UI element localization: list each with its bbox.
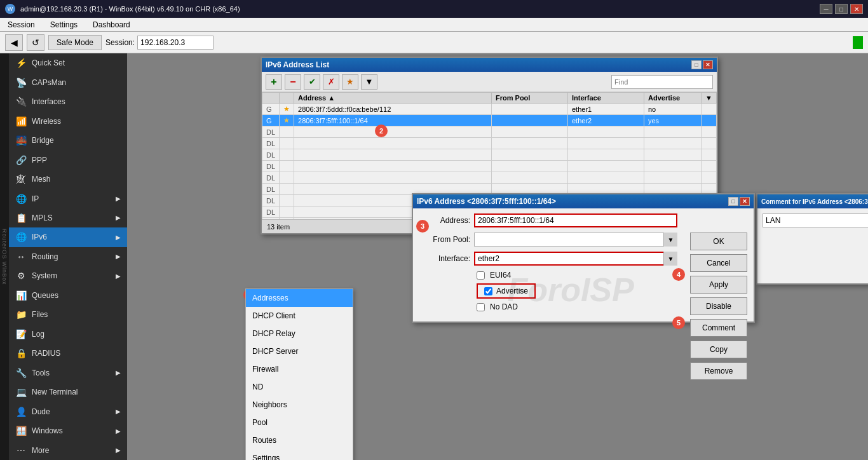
safe-mode-btn[interactable]: Safe Mode bbox=[48, 35, 102, 50]
table-row[interactable]: DL bbox=[262, 149, 717, 161]
sidebar-item-system[interactable]: ⚙ System ▶ bbox=[9, 266, 127, 285]
comment-btn[interactable]: ★ bbox=[342, 74, 358, 90]
advertise-checkbox[interactable] bbox=[484, 287, 492, 295]
ip-icon: 🌐 bbox=[15, 193, 27, 205]
sidebar-item-queues[interactable]: 📊 Queues bbox=[9, 286, 127, 305]
sidebar-item-routing[interactable]: ↔ Routing ▶ bbox=[9, 247, 127, 266]
title-bar: W admin@192.168.20.3 (R1) - WinBox (64bi… bbox=[0, 0, 868, 18]
sidebar-item-log[interactable]: 📝 Log bbox=[9, 325, 127, 344]
submenu-dhcp-relay[interactable]: DHCP Relay bbox=[246, 325, 353, 342]
edit-window-close[interactable]: ✕ bbox=[740, 197, 750, 206]
sidebar-item-dude[interactable]: 👤 Dude ▶ bbox=[9, 402, 127, 421]
list-window-close[interactable]: ✕ bbox=[703, 60, 713, 69]
sidebar-item-quick-set[interactable]: ⚡ Quick Set bbox=[9, 53, 127, 72]
col-address[interactable]: Address ▲ bbox=[294, 93, 492, 104]
col-type bbox=[262, 93, 280, 104]
maximize-btn[interactable]: □ bbox=[835, 4, 848, 14]
edit-window-restore[interactable]: □ bbox=[728, 197, 738, 206]
disable-btn[interactable]: Disable bbox=[690, 297, 747, 315]
submenu-pool[interactable]: Pool bbox=[246, 414, 353, 431]
submenu-dhcp-server[interactable]: DHCP Server bbox=[246, 342, 353, 360]
advertise-row: Advertise bbox=[419, 283, 677, 299]
sidebar-item-windows[interactable]: 🪟 Windows ▶ bbox=[9, 421, 127, 440]
sidebar-item-radius[interactable]: 🔒 RADIUS bbox=[9, 344, 127, 363]
mpls-icon: 📋 bbox=[15, 212, 27, 224]
ipv6-edit-title: IPv6 Address <2806:3f7:5fff:100::1/64> □… bbox=[413, 194, 754, 208]
remove-btn[interactable]: − bbox=[285, 74, 301, 90]
forward-btn[interactable]: ↺ bbox=[27, 34, 44, 51]
submenu-routes[interactable]: Routes bbox=[246, 431, 353, 449]
col-advertise[interactable]: Advertise bbox=[644, 93, 702, 104]
apply-btn[interactable]: Apply bbox=[690, 276, 747, 294]
ipv6-submenu: Addresses DHCP Client DHCP Relay DHCP Se… bbox=[245, 288, 353, 460]
table-row[interactable]: G ★ 2806:3f7:5ddd::f0ca:bebe/112 ether1 … bbox=[262, 104, 717, 115]
submenu-firewall[interactable]: Firewall bbox=[246, 360, 353, 378]
interfaces-icon: 🔌 bbox=[15, 96, 27, 107]
sidebar-item-wireless[interactable]: 📶 Wireless bbox=[9, 111, 127, 130]
find-input[interactable] bbox=[611, 75, 713, 89]
sidebar-item-ipv6[interactable]: 🌐 IPv6 ▶ bbox=[9, 227, 127, 247]
session-input[interactable] bbox=[137, 36, 214, 50]
copy-btn[interactable]: Copy bbox=[690, 341, 747, 358]
quick-set-icon: ⚡ bbox=[15, 57, 27, 69]
sidebar-item-mpls[interactable]: 📋 MPLS ▶ bbox=[9, 208, 127, 227]
sidebar-item-more[interactable]: ⋯ More ▶ bbox=[9, 440, 127, 459]
comment-content bbox=[757, 208, 868, 233]
wireless-icon: 📶 bbox=[15, 116, 27, 127]
add-btn[interactable]: + bbox=[266, 74, 282, 90]
step-2: 2 bbox=[375, 125, 388, 137]
table-row[interactable]: DL bbox=[262, 172, 717, 184]
comment-input[interactable] bbox=[763, 213, 868, 227]
back-btn[interactable]: ◀ bbox=[5, 34, 23, 51]
from-pool-label: From Pool: bbox=[419, 235, 470, 244]
comment-window: Comment for IPv6 Address <2806:3f7:5fff:… bbox=[756, 193, 868, 285]
log-icon: 📝 bbox=[15, 328, 27, 340]
table-row[interactable]: G ★ 2806:3f7:5fff:100::1/64 ether2 yes bbox=[262, 115, 717, 126]
minimize-btn[interactable]: ─ bbox=[820, 4, 832, 14]
filter-btn[interactable]: ▼ bbox=[361, 74, 377, 90]
sidebar-item-mesh[interactable]: 🕸 Mesh bbox=[9, 170, 127, 189]
col-interface[interactable]: Interface bbox=[568, 93, 644, 104]
submenu-nd[interactable]: ND bbox=[246, 378, 353, 396]
sidebar-item-interfaces[interactable]: 🔌 Interfaces bbox=[9, 92, 127, 111]
from-pool-select[interactable] bbox=[474, 233, 677, 247]
submenu-neighbors[interactable]: Neighbors bbox=[246, 396, 353, 414]
cancel-btn[interactable]: Cancel bbox=[690, 254, 747, 272]
sidebar-item-bridge[interactable]: 🌉 Bridge bbox=[9, 131, 127, 150]
no-dad-label: No DAD bbox=[490, 302, 518, 311]
menu-dashboard[interactable]: Dashboard bbox=[90, 19, 133, 30]
list-toolbar: + − ✔ ✗ ★ ▼ bbox=[262, 72, 717, 92]
menu-settings[interactable]: Settings bbox=[48, 19, 80, 30]
menu-bar: Session Settings Dashboard bbox=[0, 18, 868, 32]
sidebar-item-capsman[interactable]: 📡 CAPsMan bbox=[9, 72, 127, 91]
eui64-checkbox[interactable] bbox=[477, 271, 485, 280]
comment-btn[interactable]: Comment bbox=[690, 319, 747, 337]
col-from-pool[interactable]: From Pool bbox=[492, 93, 568, 104]
remove-btn[interactable]: Remove bbox=[690, 362, 747, 380]
menu-session[interactable]: Session bbox=[5, 19, 37, 30]
sidebar-item-ip[interactable]: 🌐 IP ▶ bbox=[9, 189, 127, 208]
sidebar-item-new-terminal[interactable]: 💻 New Terminal bbox=[9, 382, 127, 402]
disable-btn[interactable]: ✗ bbox=[323, 74, 339, 90]
submenu-dhcp-client[interactable]: DHCP Client bbox=[246, 307, 353, 325]
close-btn[interactable]: ✕ bbox=[850, 4, 863, 14]
address-input[interactable] bbox=[474, 213, 677, 227]
interface-select[interactable]: ether2 bbox=[474, 252, 677, 266]
sidebar-item-files[interactable]: 📁 Files bbox=[9, 305, 127, 324]
comment-title: Comment for IPv6 Address <2806:3f7:5fff:… bbox=[757, 194, 868, 208]
ok-btn[interactable]: OK bbox=[690, 233, 747, 250]
submenu-settings[interactable]: Settings bbox=[246, 449, 353, 460]
routing-icon: ↔ bbox=[15, 251, 27, 262]
table-row[interactable]: DL bbox=[262, 138, 717, 149]
list-window-restore[interactable]: □ bbox=[691, 60, 702, 69]
table-row[interactable]: DL bbox=[262, 126, 717, 138]
sidebar-item-ppp[interactable]: 🔗 PPP bbox=[9, 150, 127, 169]
submenu-addresses[interactable]: Addresses bbox=[246, 289, 353, 307]
tools-icon: 🔧 bbox=[15, 367, 27, 379]
sidebar-item-tools[interactable]: 🔧 Tools ▶ bbox=[9, 363, 127, 382]
no-dad-checkbox[interactable] bbox=[477, 303, 485, 311]
item-count: 13 item bbox=[267, 223, 290, 231]
capsman-icon: 📡 bbox=[15, 77, 27, 88]
table-row[interactable]: DL bbox=[262, 161, 717, 172]
enable-btn[interactable]: ✔ bbox=[304, 74, 320, 90]
